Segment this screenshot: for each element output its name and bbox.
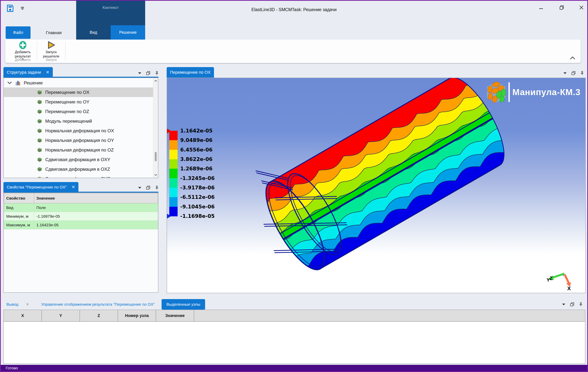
tree-item-label: Нормальная деформация по OY bbox=[45, 138, 114, 143]
tab-output-close-icon[interactable]: ✕ bbox=[26, 302, 29, 307]
panel-menu-icon[interactable] bbox=[563, 72, 567, 74]
legend-value-label: 9.0489e-06 bbox=[180, 137, 212, 143]
tree-item[interactable]: Нормальная деформация по OX bbox=[4, 126, 158, 135]
tree-panel-controls bbox=[138, 71, 159, 75]
close-button[interactable] bbox=[576, 3, 587, 12]
panel-float-icon[interactable] bbox=[570, 302, 574, 307]
selected-nodes-table-header: XYZНомер узлаЗначение bbox=[4, 310, 585, 322]
result-cube-icon bbox=[37, 90, 42, 95]
minimize-button[interactable] bbox=[536, 3, 546, 12]
tree-scrollbar[interactable] bbox=[153, 78, 158, 178]
tab-solution[interactable]: Решение bbox=[111, 25, 145, 40]
legend-value-label: 6.4556e-06 bbox=[180, 147, 212, 153]
status-text: Готово bbox=[6, 366, 18, 370]
panel-pin-icon[interactable] bbox=[580, 71, 584, 75]
result-cube-icon bbox=[37, 109, 42, 114]
tab-home[interactable]: Главная bbox=[38, 26, 70, 40]
restore-icon bbox=[559, 5, 564, 10]
panel-pin-icon[interactable] bbox=[579, 302, 583, 307]
tab-file[interactable]: Файл bbox=[6, 26, 31, 39]
table-column-header[interactable]: Значение bbox=[156, 310, 194, 321]
result-cube-icon bbox=[37, 176, 42, 178]
result-cube-icon bbox=[37, 128, 42, 134]
panel-menu-icon[interactable] bbox=[562, 303, 565, 305]
tree-item[interactable]: Нормальная деформация по OZ bbox=[4, 145, 158, 155]
selected-nodes-panel: XYZНомер узлаЗначение bbox=[3, 310, 585, 364]
collapse-ribbon-button[interactable] bbox=[570, 56, 575, 61]
legend-value-label: 3.8622e-06 bbox=[180, 156, 212, 162]
property-row[interactable]: Минимум, м-1.16979e-05 bbox=[4, 212, 158, 221]
scroll-down-icon[interactable] bbox=[153, 172, 158, 178]
properties-col-value[interactable]: Значение bbox=[34, 193, 158, 203]
tree-item[interactable]: Сдвиговая деформация в OXZ bbox=[4, 164, 158, 174]
tree-item[interactable]: Перемещение по OX bbox=[4, 87, 158, 97]
result-cube-icon bbox=[37, 157, 42, 162]
legend-color-band bbox=[169, 159, 178, 169]
x-axis-label: X bbox=[567, 286, 571, 291]
tab-view[interactable]: Вид bbox=[76, 25, 111, 40]
tree-item[interactable]: Нормальная деформация по OY bbox=[4, 135, 158, 145]
tree-scroll-thumb[interactable] bbox=[155, 152, 157, 161]
ribbon-group-run: Запуск bbox=[39, 58, 63, 62]
add-result-label-1: Добавить bbox=[15, 50, 31, 54]
legend-value-label: 1.1642e-05 bbox=[180, 128, 212, 134]
legend-value-label: -1.1698e-05 bbox=[180, 213, 215, 219]
brand-logo-icon bbox=[485, 81, 506, 103]
viewport-tab[interactable]: Перемещение по OX bbox=[167, 67, 214, 78]
legend-value-label: -6.5112e-06 bbox=[180, 194, 215, 200]
tree-item[interactable]: Модуль перемещений bbox=[4, 116, 158, 126]
run-solver-label-1: Запуск bbox=[45, 50, 57, 54]
tab-selected-nodes[interactable]: Выделенные узлы bbox=[162, 299, 205, 310]
brand-logo-divider bbox=[508, 82, 510, 102]
panel-float-icon[interactable] bbox=[146, 71, 150, 75]
panel-float-icon[interactable] bbox=[146, 186, 150, 190]
tree-item-label: Перемещение по OX bbox=[45, 90, 89, 95]
table-column-header[interactable]: Y bbox=[42, 310, 80, 321]
properties-panel-tab[interactable]: Свойства "Перемещение по OX" ✕ bbox=[3, 182, 78, 192]
bottom-tab-strip: Вывод ✕ Управление отображением результа… bbox=[3, 299, 585, 310]
tree-panel-close-icon[interactable]: ✕ bbox=[46, 70, 49, 75]
property-cell: Максимум, м bbox=[4, 221, 34, 229]
panel-float-icon[interactable] bbox=[571, 71, 576, 75]
legend-color-band bbox=[169, 188, 178, 197]
properties-panel-close-icon[interactable]: ✕ bbox=[72, 185, 75, 190]
properties-panel-controls bbox=[138, 186, 159, 190]
ribbon: Добавить результат ▼ Добавить Запуск реш… bbox=[5, 40, 581, 63]
panel-pin-icon[interactable] bbox=[155, 71, 159, 75]
status-bar: Готово bbox=[1, 365, 587, 371]
restore-button[interactable] bbox=[556, 3, 567, 12]
legend-color-band bbox=[169, 207, 178, 216]
panel-menu-icon[interactable] bbox=[138, 72, 141, 74]
tree-item[interactable]: Перемещение по OZ bbox=[4, 107, 158, 116]
viewport-3d[interactable]: Манипула-КМ.3 1.1642e-059.0489e-066.4556… bbox=[167, 78, 586, 293]
fem-model-cylinder[interactable] bbox=[167, 78, 585, 293]
properties-col-name[interactable]: Свойство bbox=[4, 193, 34, 203]
panel-menu-icon[interactable] bbox=[138, 186, 141, 189]
tree-items: Перемещение по OX Перемещение по OY Пере… bbox=[4, 87, 158, 178]
table-column-header[interactable]: Z bbox=[80, 310, 118, 321]
tree-item[interactable]: Сдвиговая деформация в OXY bbox=[4, 155, 158, 164]
run-solver-icon bbox=[39, 40, 63, 50]
legend-color-band bbox=[169, 150, 178, 159]
table-column-header[interactable]: X bbox=[4, 310, 42, 321]
collapse-chevron-icon[interactable] bbox=[7, 81, 12, 85]
tree-item[interactable]: Перемещение по OY bbox=[4, 97, 158, 107]
result-cube-icon bbox=[37, 138, 42, 143]
tab-output[interactable]: Вывод bbox=[6, 302, 19, 307]
tree-item[interactable]: Сдвиговая деформация в OYZ bbox=[4, 174, 158, 178]
axes-triad[interactable]: Z Y X bbox=[546, 267, 576, 291]
add-result-button[interactable]: Добавить результат ▼ bbox=[10, 40, 35, 58]
panel-pin-icon[interactable] bbox=[155, 186, 159, 190]
tree-item-label: Нормальная деформация по OZ bbox=[45, 147, 114, 153]
table-column-header[interactable]: Номер узла bbox=[118, 310, 156, 321]
tab-result-display-control[interactable]: Управление отображением результата "Пере… bbox=[41, 302, 155, 307]
legend-value-label: 1.2689e-06 bbox=[180, 166, 212, 172]
legend-color-band bbox=[169, 131, 178, 140]
property-row[interactable]: Максимум, м1.16423e-05 bbox=[4, 221, 158, 229]
scroll-up-icon[interactable] bbox=[153, 78, 158, 84]
run-solver-button[interactable]: Запуск решателя bbox=[39, 40, 63, 58]
tree-panel-tab[interactable]: Структура задачи ✕ bbox=[3, 67, 53, 78]
property-row[interactable]: ВидПоле bbox=[4, 203, 158, 212]
tree-root-row[interactable]: Решение bbox=[4, 78, 158, 87]
tree-panel: Решение Перемещение по OX Перемещение по… bbox=[3, 78, 158, 178]
